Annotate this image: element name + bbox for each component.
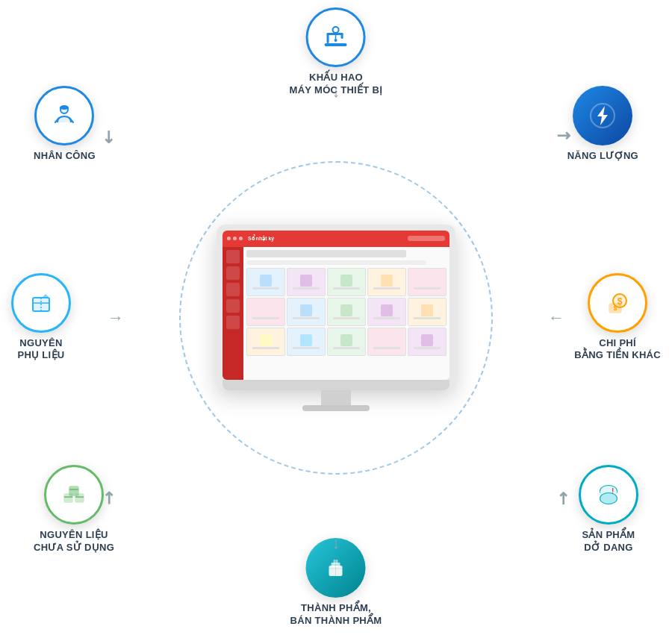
monitor-bottom — [223, 380, 449, 390]
svg-point-6 — [335, 39, 337, 42]
svg-marker-8 — [597, 106, 608, 125]
grid-card-8 — [327, 298, 366, 326]
grid-card-12 — [287, 328, 326, 356]
nguyen-phu-lieu-icon — [11, 273, 71, 333]
grid-card-1 — [246, 268, 285, 296]
svg-point-18 — [600, 493, 617, 504]
grid-card-9 — [367, 298, 406, 326]
svg-rect-3 — [341, 33, 343, 39]
nhan-cong-label: NHÂN CÔNG — [34, 150, 96, 163]
arrow-top: ↓ — [325, 81, 347, 103]
monitor-wrapper: Sổ nhật ký — [217, 225, 455, 411]
monitor-stand — [302, 405, 370, 411]
grid-card-2 — [287, 268, 326, 296]
thanh-pham-label: THÀNH PHẨM, BÁN THÀNH PHẨM — [290, 602, 382, 628]
svg-text:!: ! — [612, 487, 614, 495]
sidebar-item-2 — [226, 266, 240, 280]
arrow-bottom-right: ↙ — [548, 483, 579, 514]
arrow-right: ← — [545, 307, 567, 329]
arrow-top-left: ↘ — [93, 121, 124, 152]
content-header — [246, 250, 406, 257]
content-breadcrumb — [246, 260, 426, 265]
san-pham-label: SẢN PHẨM DỞ DANG — [582, 529, 635, 554]
item-nang-luong: NĂNG LƯỢNG — [567, 86, 638, 163]
screen-content — [243, 247, 449, 380]
svg-marker-34 — [41, 294, 50, 298]
chi-phi-icon: $ $ — [588, 273, 647, 333]
grid-card-6 — [246, 298, 285, 326]
nang-luong-label: NĂNG LƯỢNG — [567, 150, 638, 163]
monitor-screen: Sổ nhật ký — [223, 231, 449, 380]
grid-card-10 — [408, 298, 447, 326]
khau-hao-icon — [306, 7, 366, 67]
screen-topbar: Sổ nhật ký — [223, 231, 449, 247]
san-pham-icon: ! — [579, 465, 638, 525]
monitor-neck — [321, 390, 351, 405]
grid-card-5 — [408, 268, 447, 296]
svg-rect-27 — [69, 487, 78, 495]
nguyen-phu-lieu-label: NGUYÊN PHỤ LIỆU — [17, 337, 64, 363]
sidebar-item-4 — [226, 299, 240, 313]
nhan-cong-icon — [34, 86, 94, 146]
app-title: Sổ nhật ký — [248, 236, 274, 242]
topbar-btn-1 — [227, 237, 231, 240]
grid-card-3 — [327, 268, 366, 296]
sidebar-item-5 — [226, 316, 240, 329]
sidebar-item-1 — [226, 250, 240, 263]
item-chi-phi: $ $ Chi Phí BẰNG TIỀN KHÁC — [574, 273, 661, 363]
item-nhan-cong: NHÂN CÔNG — [34, 86, 96, 163]
main-container: Sổ nhật ký — [0, 0, 672, 635]
topbar-btn-2 — [233, 237, 237, 240]
monitor: Sổ nhật ký — [217, 225, 455, 390]
nguyen-lieu-chua-label: NGUYÊN LIỆU CHƯA SỬ DỤNG — [34, 529, 114, 554]
arrow-bottom: ↓ — [325, 532, 347, 554]
svg-rect-0 — [325, 43, 347, 46]
item-san-pham: ! SẢN PHẨM DỞ DANG — [579, 465, 638, 554]
grid-card-15 — [408, 328, 447, 356]
item-nguyen-phu-lieu: NGUYÊN PHỤ LIỆU — [11, 273, 71, 363]
item-nguyen-lieu-chua: NGUYÊN LIỆU CHƯA SỬ DỤNG — [34, 465, 114, 554]
grid-card-13 — [327, 328, 366, 356]
chi-phi-label: Chi Phí BẰNG TIỀN KHÁC — [574, 337, 661, 363]
screen-search — [408, 236, 445, 241]
svg-point-4 — [333, 27, 339, 33]
svg-text:$: $ — [614, 304, 617, 312]
grid-card-7 — [287, 298, 326, 326]
nang-luong-icon — [573, 86, 632, 146]
arrow-left: → — [105, 307, 127, 329]
svg-rect-37 — [60, 107, 69, 109]
topbar-btn-3 — [239, 237, 243, 240]
screen-sidebar — [223, 247, 243, 380]
grid-card-11 — [246, 328, 285, 356]
sidebar-item-3 — [226, 283, 240, 296]
grid-card-14 — [367, 328, 406, 356]
content-grid — [246, 268, 447, 356]
grid-card-4 — [367, 268, 406, 296]
